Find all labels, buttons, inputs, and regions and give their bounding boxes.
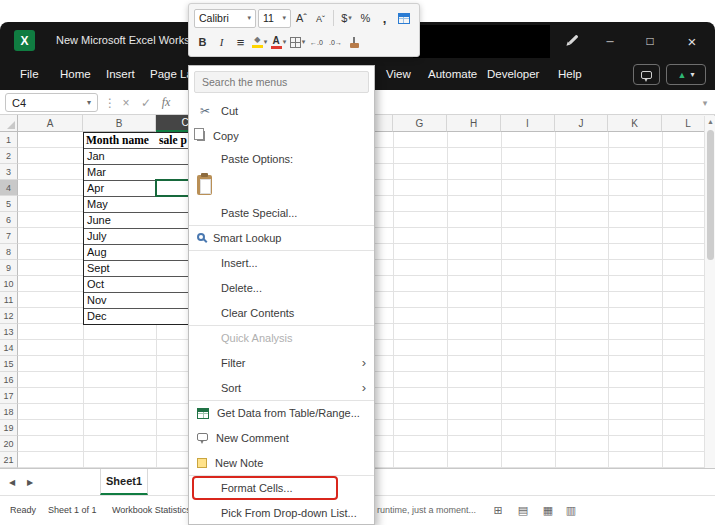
row-header[interactable]: 20 (0, 436, 18, 452)
cancel-entry-icon[interactable] (118, 90, 134, 115)
ribbon-tab[interactable]: View (386, 68, 411, 80)
vertical-scrollbar[interactable] (704, 116, 715, 468)
menu-item-new-comment[interactable]: New Comment (189, 425, 374, 450)
cell[interactable]: Sept (84, 260, 154, 276)
ribbon-tab[interactable]: Home (60, 68, 91, 80)
row-header[interactable]: 6 (0, 212, 18, 228)
minimize-button[interactable] (592, 22, 628, 60)
row-header[interactable]: 21 (0, 452, 18, 468)
menu-item-paste[interactable] (189, 170, 374, 200)
align-button[interactable] (232, 32, 249, 52)
row-header[interactable]: 2 (0, 148, 18, 164)
column-header[interactable]: H (447, 115, 501, 132)
menu-item-insert[interactable]: Insert... (189, 250, 374, 275)
row-header[interactable]: 4 (0, 180, 18, 196)
menu-item-new-note[interactable]: New Note (189, 450, 374, 475)
row-header[interactable]: 19 (0, 420, 18, 436)
confirm-entry-icon[interactable] (138, 90, 154, 115)
cell[interactable]: Jan (84, 148, 154, 164)
row-header[interactable]: 11 (0, 292, 18, 308)
cell-b1[interactable]: Month name (86, 132, 149, 148)
accounting-format-button[interactable] (338, 8, 355, 28)
format-as-table-button[interactable] (395, 8, 412, 28)
decrease-decimal-button[interactable] (327, 32, 344, 52)
insert-function-icon[interactable]: fx (158, 90, 174, 115)
menu-item-sort[interactable]: Sort › (189, 375, 374, 400)
font-name-combo[interactable]: Calibri (194, 9, 256, 28)
menu-item-filter[interactable]: Filter › (189, 350, 374, 375)
bold-button[interactable] (194, 32, 211, 52)
font-size-combo[interactable]: 11 (258, 9, 291, 28)
page-layout-view-icon[interactable] (515, 502, 531, 518)
cell[interactable]: Apr (84, 180, 154, 196)
increase-font-button[interactable] (293, 8, 310, 28)
normal-view-icon[interactable] (490, 502, 506, 518)
row-header[interactable]: 18 (0, 404, 18, 420)
row-header[interactable]: 9 (0, 260, 18, 276)
row-header[interactable]: 10 (0, 276, 18, 292)
row-header[interactable]: 12 (0, 308, 18, 324)
ribbon-tab[interactable]: Developer (487, 68, 539, 80)
sheet-tab-sheet1[interactable]: Sheet1 (100, 469, 148, 495)
row-header[interactable]: 5 (0, 196, 18, 212)
cell[interactable]: Mar (84, 164, 154, 180)
comma-style-button[interactable] (376, 8, 393, 28)
row-header[interactable]: 8 (0, 244, 18, 260)
column-header[interactable]: G (393, 115, 447, 132)
cell[interactable]: May (84, 196, 154, 212)
column-header[interactable]: B (83, 115, 156, 132)
increase-decimal-button[interactable] (308, 32, 325, 52)
row-header[interactable]: 15 (0, 356, 18, 372)
italic-button[interactable] (213, 32, 230, 52)
row-header[interactable]: 16 (0, 372, 18, 388)
cell[interactable]: Aug (84, 244, 154, 260)
menu-search-input[interactable] (195, 72, 368, 92)
cell[interactable]: Dec (84, 308, 154, 324)
menu-item-format-cells[interactable]: Format Cells... (189, 475, 374, 500)
percent-style-button[interactable] (357, 8, 374, 28)
scroll-up-icon[interactable] (705, 118, 715, 125)
ribbon-tab[interactable]: Insert (106, 68, 135, 80)
comments-button[interactable] (633, 64, 660, 85)
name-box[interactable]: C4 (5, 93, 98, 112)
row-header[interactable]: 14 (0, 340, 18, 356)
next-sheet-icon[interactable] (22, 469, 38, 496)
column-header[interactable]: I (501, 115, 555, 132)
select-all-corner[interactable] (0, 115, 18, 132)
menu-item-copy[interactable]: Copy (189, 123, 374, 148)
ribbon-tab[interactable]: Help (558, 68, 582, 80)
column-header[interactable]: J (555, 115, 608, 132)
menu-item-delete[interactable]: Delete... (189, 275, 374, 300)
view-option-icon[interactable] (563, 502, 579, 518)
menu-item-cut[interactable]: Cut (189, 98, 374, 123)
prev-sheet-icon[interactable] (4, 469, 20, 496)
row-header[interactable]: 7 (0, 228, 18, 244)
font-color-button[interactable] (270, 32, 287, 52)
cell[interactable]: Oct (84, 276, 154, 292)
borders-button[interactable] (289, 32, 306, 52)
cell[interactable]: Nov (84, 292, 154, 308)
cell[interactable]: July (84, 228, 154, 244)
share-button[interactable] (666, 64, 706, 85)
expand-formula-bar-icon[interactable] (697, 90, 713, 115)
menu-item-get-data[interactable]: Get Data from Table/Range... (189, 400, 374, 425)
row-header[interactable]: 3 (0, 164, 18, 180)
menu-item-smart-lookup[interactable]: Smart Lookup (189, 225, 374, 250)
cell-c1[interactable]: sale p (159, 132, 187, 148)
menu-item-pick-from-dropdown[interactable]: Pick From Drop-down List... (189, 500, 374, 525)
column-header[interactable]: K (608, 115, 662, 132)
format-painter-button[interactable] (346, 32, 363, 52)
menu-item-clear-contents[interactable]: Clear Contents (189, 300, 374, 325)
fill-color-button[interactable] (251, 32, 268, 52)
maximize-button[interactable] (632, 22, 668, 60)
row-header[interactable]: 13 (0, 324, 18, 340)
row-header[interactable]: 1 (0, 132, 18, 148)
decrease-font-button[interactable] (312, 8, 329, 28)
ribbon-tab[interactable]: File (20, 68, 39, 80)
vertical-scroll-thumb[interactable] (707, 130, 714, 260)
column-header[interactable]: A (18, 115, 83, 132)
ribbon-tab[interactable]: Automate (428, 68, 477, 80)
menu-item-paste-special[interactable]: Paste Special... (189, 200, 374, 225)
cell[interactable]: June (84, 212, 154, 228)
workbook-statistics-button[interactable]: Workbook Statistics (112, 505, 191, 515)
